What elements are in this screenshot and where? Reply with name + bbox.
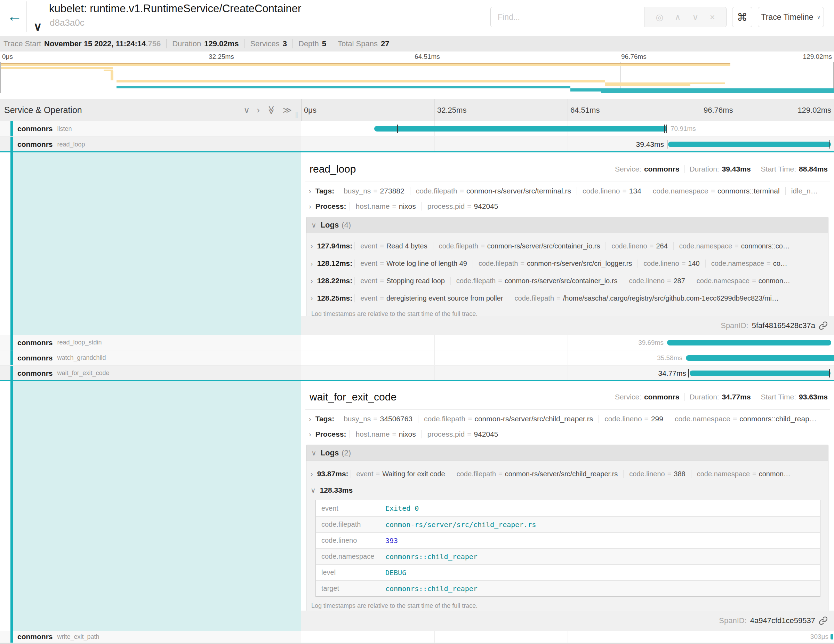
prev-match-icon[interactable]: ∧ bbox=[675, 12, 681, 22]
summary-separator bbox=[166, 39, 166, 49]
span-timeline-cell[interactable]: 39.43ms bbox=[301, 137, 834, 152]
span-detail-content: wait_for_exit_code Service: conmonrs Dur… bbox=[301, 381, 834, 631]
keyboard-shortcuts-button[interactable]: ⌘ bbox=[732, 7, 752, 27]
span-bar[interactable] bbox=[668, 142, 831, 147]
span-timeline-cell[interactable]: 35.58ms bbox=[301, 350, 834, 366]
log-entry[interactable]: › 128.22ms: event=Stopping read loop cod… bbox=[310, 272, 828, 290]
depth-label: Depth bbox=[298, 39, 319, 49]
span-row-listen[interactable]: conmonrs listen 70.91ms bbox=[0, 121, 834, 137]
find-controls: ◎ ∧ ∨ × bbox=[644, 7, 726, 27]
log-entry-expanded[interactable]: ∨ 128.33ms bbox=[310, 483, 828, 497]
service-color-bar bbox=[10, 335, 13, 350]
span-name-cell[interactable]: conmonrs read_loop bbox=[0, 137, 301, 152]
service-name: conmonrs bbox=[18, 633, 53, 641]
clear-search-icon[interactable]: × bbox=[710, 12, 715, 22]
span-detail-title: wait_for_exit_code bbox=[310, 391, 396, 403]
target-icon[interactable]: ◎ bbox=[656, 12, 663, 22]
chevron-down-icon: ∨ bbox=[310, 486, 316, 494]
minimap-span bbox=[1, 67, 113, 69]
span-bar[interactable] bbox=[686, 355, 834, 361]
log-marker bbox=[664, 125, 665, 133]
table-row: code.lineno393 bbox=[316, 532, 820, 549]
axis-tick: 0μs bbox=[2, 53, 13, 60]
table-row: levelDEBUG bbox=[316, 564, 820, 580]
span-name-cell[interactable]: conmonrs watch_grandchild bbox=[0, 350, 301, 366]
copy-link-icon[interactable] bbox=[819, 616, 828, 625]
service-color-bar bbox=[10, 381, 13, 631]
operation-name: listen bbox=[57, 125, 72, 133]
span-row-write-exit-path[interactable]: conmonrs write_exit_path 303μs bbox=[0, 631, 834, 643]
span-row-wait-for-exit-code[interactable]: conmonrs wait_for_exit_code 34.77ms bbox=[0, 366, 834, 381]
span-timeline-cell[interactable]: 70.91ms bbox=[301, 121, 834, 137]
logs-accordion[interactable]: ∨ Logs (2) bbox=[306, 445, 828, 461]
log-entry[interactable]: › 128.25ms: event=deregistering event so… bbox=[310, 290, 828, 307]
span-detail-meta: Service: conmonrs Duration: 39.43ms Star… bbox=[615, 165, 828, 173]
span-name-cell[interactable]: conmonrs write_exit_path bbox=[0, 631, 301, 643]
collapse-one-icon[interactable]: ∨ bbox=[244, 105, 250, 115]
axis-tick: 0μs bbox=[304, 99, 317, 121]
service-color-bar bbox=[10, 366, 13, 380]
column-resize-handle[interactable]: ∥ bbox=[295, 111, 298, 119]
spanid-row: SpanID: 4a947cfd1ce59537 bbox=[301, 611, 834, 631]
next-match-icon[interactable]: ∨ bbox=[692, 12, 698, 22]
span-name-cell[interactable]: conmonrs listen bbox=[0, 121, 301, 137]
log-entry[interactable]: › 127.94ms: event=Read 4 bytes code.file… bbox=[310, 237, 828, 255]
log-entry[interactable]: › 128.12ms: event=Wrote log line of leng… bbox=[310, 255, 828, 272]
tags-accordion[interactable]: › Tags: busy_ns=273882 code.filepath=con… bbox=[301, 185, 834, 197]
span-bar[interactable] bbox=[831, 634, 833, 639]
find-group: ◎ ∧ ∨ × bbox=[490, 7, 727, 27]
detail-highlight-block bbox=[13, 381, 301, 631]
span-timeline-cell[interactable]: 39.69ms bbox=[301, 335, 834, 350]
span-bar[interactable] bbox=[374, 126, 667, 131]
duration-label: Duration: bbox=[689, 393, 719, 401]
spanid-label: SpanID: bbox=[719, 616, 747, 625]
collapse-all-icon[interactable]: ≫ bbox=[266, 105, 276, 115]
span-name-cell[interactable]: conmonrs read_loop_stdin bbox=[0, 335, 301, 350]
gridline bbox=[701, 99, 701, 121]
total-spans-label: Total Spans bbox=[338, 39, 378, 49]
span-timeline-cell[interactable]: 303μs bbox=[301, 631, 834, 643]
span-bar[interactable] bbox=[690, 371, 831, 376]
services-label: Services bbox=[250, 39, 279, 49]
table-row: eventExited 0 bbox=[316, 500, 820, 516]
span-row-watch-grandchild[interactable]: conmonrs watch_grandchild 35.58ms bbox=[0, 350, 834, 366]
duration-value: 39.43ms bbox=[722, 165, 751, 173]
back-button[interactable]: ← bbox=[5, 6, 24, 26]
find-input[interactable] bbox=[491, 7, 644, 27]
service-name: conmonrs bbox=[18, 354, 53, 362]
spanid-label: SpanID: bbox=[721, 321, 748, 330]
tags-accordion[interactable]: › Tags: busy_ns=34506763 code.filepath=c… bbox=[301, 413, 834, 425]
chevron-right-icon: › bbox=[309, 430, 311, 439]
operation-name: watch_grandchild bbox=[57, 354, 106, 361]
process-accordion[interactable]: › Process: host.name=nixos process.pid=9… bbox=[301, 428, 834, 440]
gridline bbox=[701, 631, 701, 642]
expand-all-icon[interactable]: ≫ bbox=[283, 105, 292, 115]
span-name-cell[interactable]: conmonrs wait_for_exit_code bbox=[0, 366, 301, 381]
trace-title: kubelet: runtime.v1.RuntimeService/Creat… bbox=[49, 2, 301, 15]
logs-accordion[interactable]: ∨ Logs (4) bbox=[306, 217, 828, 233]
span-timeline-cell[interactable]: 34.77ms bbox=[301, 366, 834, 381]
chevron-right-icon: › bbox=[309, 415, 311, 423]
start-time-value: 93.63ms bbox=[799, 393, 828, 401]
duration-label: Duration: bbox=[689, 165, 719, 173]
log-entry[interactable]: › 93.87ms: event=Waiting for exit code c… bbox=[310, 465, 828, 482]
table-row: code.filepathconmon-rs/server/src/child_… bbox=[316, 516, 820, 532]
detail-left-fill bbox=[0, 381, 301, 631]
logs-label: Logs bbox=[321, 448, 339, 458]
trace-minimap[interactable] bbox=[0, 62, 834, 93]
view-selector-button[interactable]: Trace Timeline ∨ bbox=[758, 7, 824, 27]
expand-one-icon[interactable]: › bbox=[257, 105, 259, 115]
duration-value: 34.77ms bbox=[722, 393, 751, 401]
gridline bbox=[567, 631, 568, 642]
logs-box: ∨ Logs (4) › 127.94ms: event=Read 4 byte… bbox=[306, 217, 828, 324]
span-bar[interactable] bbox=[667, 340, 831, 345]
copy-link-icon[interactable] bbox=[819, 321, 828, 330]
chevron-down-icon[interactable]: ∨ bbox=[33, 19, 42, 33]
span-row-read-loop-stdin[interactable]: conmonrs read_loop_stdin 39.69ms bbox=[0, 335, 834, 350]
summary-separator bbox=[244, 39, 244, 49]
process-accordion[interactable]: › Process: host.name=nixos process.pid=9… bbox=[301, 200, 834, 213]
summary-separator bbox=[332, 39, 332, 49]
detail-highlight-block bbox=[13, 152, 301, 335]
selected-row-underline bbox=[0, 151, 834, 152]
span-row-read-loop[interactable]: conmonrs read_loop 39.43ms bbox=[0, 137, 834, 152]
